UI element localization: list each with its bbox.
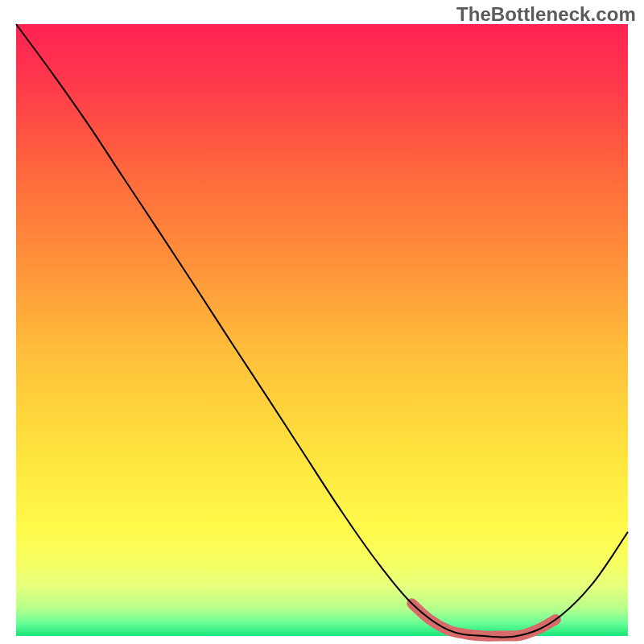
watermark-text: TheBottleneck.com bbox=[456, 3, 636, 26]
chart-background bbox=[16, 24, 628, 636]
chart-stage: TheBottleneck.com bbox=[0, 0, 644, 644]
bottleneck-chart bbox=[0, 0, 644, 644]
